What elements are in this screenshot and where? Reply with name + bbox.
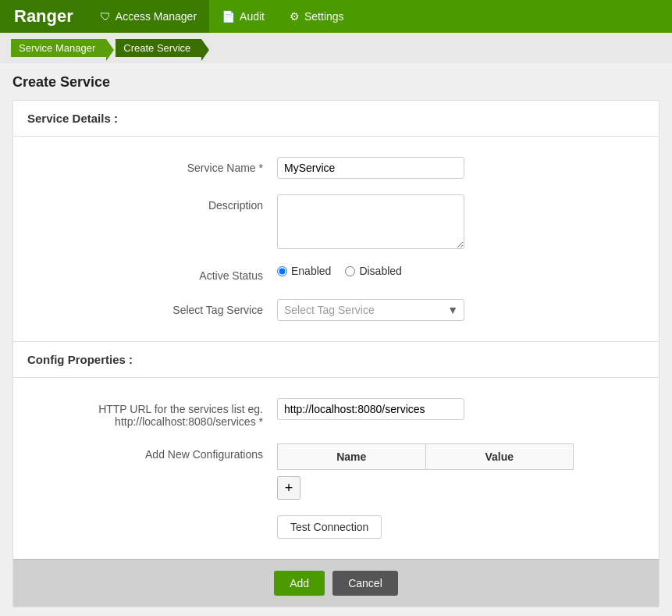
config-table: Name Value: [277, 443, 574, 470]
service-name-row: Service Name *: [13, 149, 659, 187]
app-brand[interactable]: Ranger: [0, 0, 87, 33]
nav-access-manager[interactable]: 🛡 Access Manager: [87, 0, 209, 33]
http-url-control: [277, 398, 645, 420]
radio-enabled-text: Enabled: [291, 265, 331, 277]
radio-enabled-label[interactable]: Enabled: [277, 265, 331, 277]
breadcrumb-parent[interactable]: Service Manager: [11, 39, 106, 57]
radio-disabled[interactable]: [345, 266, 355, 276]
add-new-config-row: Add New Configurations Name Value +: [13, 436, 659, 507]
add-button[interactable]: Add: [274, 571, 325, 596]
service-name-label: Service Name *: [27, 157, 277, 174]
service-details-header: Service Details :: [13, 101, 659, 137]
nav-audit[interactable]: 📄 Audit: [209, 0, 277, 33]
test-connection-control: Test Connection: [277, 515, 645, 539]
http-url-label: HTTP URL for the services list eg. http:…: [27, 398, 277, 428]
cancel-button[interactable]: Cancel: [332, 571, 398, 596]
gear-icon: ⚙: [290, 10, 300, 23]
active-status-row: Active Status Enabled Disabled: [13, 257, 659, 291]
page-title: Create Service: [12, 74, 660, 91]
service-details-form: Service Name * Description Active Status: [13, 137, 659, 341]
active-status-label: Active Status: [27, 265, 277, 282]
radio-disabled-text: Disabled: [359, 265, 401, 277]
description-label: Description: [27, 194, 277, 212]
audit-icon: 📄: [222, 10, 235, 23]
radio-enabled[interactable]: [277, 266, 287, 276]
description-input[interactable]: [277, 194, 464, 249]
radio-disabled-label[interactable]: Disabled: [345, 265, 401, 277]
description-control: [277, 194, 645, 249]
breadcrumb: Service Manager Create Service: [0, 33, 672, 63]
breadcrumb-current: Create Service: [116, 39, 201, 57]
page-content: Create Service Service Details : Service…: [0, 63, 672, 616]
description-row: Description: [13, 187, 659, 257]
test-connection-button[interactable]: Test Connection: [277, 515, 382, 539]
http-url-input[interactable]: [277, 398, 464, 420]
action-bar: Add Cancel: [13, 559, 659, 607]
select-tag-service-label: Select Tag Service: [27, 299, 277, 316]
config-properties-header: Config Properties :: [13, 342, 659, 378]
select-tag-service-control: Select Tag Service ▼: [277, 299, 645, 321]
select-tag-service-row: Select Tag Service Select Tag Service ▼: [13, 291, 659, 329]
select-tag-service-wrap: Select Tag Service ▼: [277, 299, 464, 321]
select-tag-service-dropdown[interactable]: Select Tag Service: [277, 299, 464, 321]
service-name-control: [277, 157, 645, 179]
http-url-row: HTTP URL for the services list eg. http:…: [13, 390, 659, 436]
radio-group: Enabled Disabled: [277, 265, 402, 277]
config-table-header: Name Value: [277, 443, 574, 470]
add-config-row-button[interactable]: +: [277, 476, 300, 500]
config-properties-form: HTTP URL for the services list eg. http:…: [13, 378, 659, 559]
nav-settings[interactable]: ⚙ Settings: [277, 0, 357, 33]
active-status-control: Enabled Disabled: [277, 265, 645, 277]
service-name-input[interactable]: [277, 157, 464, 179]
config-col-name: Name: [278, 444, 426, 469]
config-col-value: Value: [426, 444, 574, 469]
add-new-config-label: Add New Configurations: [27, 443, 277, 461]
test-connection-spacer: [27, 515, 277, 520]
main-card: Service Details : Service Name * Descrip…: [12, 100, 660, 607]
shield-icon: 🛡: [100, 10, 111, 23]
top-navbar: Ranger 🛡 Access Manager 📄 Audit ⚙ Settin…: [0, 0, 672, 33]
add-new-config-control: Name Value +: [277, 443, 645, 500]
test-connection-row: Test Connection: [13, 507, 659, 547]
